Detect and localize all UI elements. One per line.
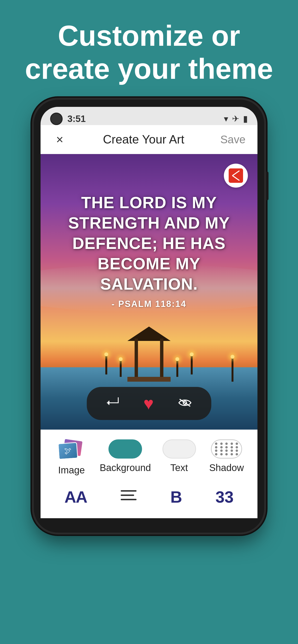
pier-post-right <box>160 338 163 382</box>
dot <box>236 453 238 456</box>
close-button[interactable]: × <box>53 132 67 146</box>
dot <box>220 453 223 456</box>
dot <box>220 442 223 445</box>
favorite-button[interactable]: ♥ <box>143 394 154 413</box>
dot <box>231 453 233 456</box>
dot <box>215 442 217 445</box>
dot <box>225 453 228 456</box>
power-button <box>266 172 268 200</box>
app-title: Create Your Art <box>103 132 184 146</box>
status-bar: 3:51 ▾ ✈ ▮ <box>41 107 257 125</box>
background-icon <box>108 440 142 458</box>
pier-deck <box>127 377 171 382</box>
bottom-toolbar: 🕊 Image Background Text <box>41 430 257 518</box>
phone-frame: 3:51 ▾ ✈ ▮ × Create Your Art Save <box>34 100 264 532</box>
tab-text-label: Text <box>170 462 188 473</box>
dot <box>215 453 217 456</box>
hide-button[interactable] <box>178 396 192 410</box>
app-header: × Create Your Art Save <box>41 125 257 154</box>
phone-wrapper: 3:51 ▾ ✈ ▮ × Create Your Art Save <box>0 100 298 532</box>
lamp-post-right2 <box>176 360 178 377</box>
dot <box>220 446 223 448</box>
quote-reference: - PSALM 118:14 <box>57 299 241 309</box>
watermark-button[interactable] <box>224 164 248 188</box>
tab-shadow[interactable]: Shadow <box>207 440 246 476</box>
dot <box>236 446 238 448</box>
shadow-icon <box>211 440 242 458</box>
tool-tabs: 🕊 Image Background Text <box>48 440 250 476</box>
font-size-button[interactable]: AA <box>64 488 87 506</box>
dot <box>225 446 228 448</box>
quote-container: THE LORD IS MY STRENGTH AND MY DEFENCE; … <box>57 192 241 309</box>
font-size-value: 33 <box>215 488 234 506</box>
canvas-area: THE LORD IS MY STRENGTH AND MY DEFENCE; … <box>41 154 257 430</box>
text-align-button[interactable] <box>120 488 137 506</box>
dot <box>225 450 228 452</box>
quote-main-text: THE LORD IS MY STRENGTH AND MY DEFENCE; … <box>57 192 241 294</box>
image-card-front: 🕊 <box>58 442 78 460</box>
airplane-icon: ✈ <box>232 114 239 124</box>
top-heading-section: Customize or create your theme <box>0 0 298 100</box>
watermark-icon <box>229 168 243 183</box>
dot <box>231 450 233 452</box>
dot <box>231 442 233 445</box>
pier-roof <box>127 326 171 341</box>
lamp-post-right1 <box>191 355 193 374</box>
art-canvas[interactable]: THE LORD IS MY STRENGTH AND MY DEFENCE; … <box>41 154 257 430</box>
dot <box>236 450 238 452</box>
save-button[interactable]: Save <box>220 133 245 146</box>
tab-background[interactable]: Background <box>100 440 151 476</box>
dot <box>220 450 223 452</box>
bird-icon: 🕊 <box>64 446 72 455</box>
status-time: 3:51 <box>67 114 86 124</box>
text-controls: AA B 33 <box>48 485 250 511</box>
pier-structure <box>130 322 168 382</box>
tab-image-label: Image <box>58 465 85 476</box>
floating-action-bar: ⮠ ♥ <box>87 387 211 420</box>
dot <box>236 442 238 445</box>
dot <box>225 442 228 445</box>
image-icon: 🕊 <box>58 440 85 461</box>
lamp-post-left2 <box>120 360 122 377</box>
battery-icon: ▮ <box>243 114 248 124</box>
status-icons: ▾ ✈ ▮ <box>224 114 248 124</box>
camera-dot <box>50 112 63 125</box>
pier-post-left <box>135 338 138 382</box>
tab-shadow-label: Shadow <box>209 462 244 473</box>
tab-background-label: Background <box>100 462 151 473</box>
dot <box>215 446 217 448</box>
bold-button[interactable]: B <box>170 488 182 506</box>
text-icon <box>163 440 196 458</box>
tab-text[interactable]: Text <box>160 440 198 476</box>
share-button[interactable]: ⮠ <box>106 396 119 411</box>
page-heading: Customize or create your theme <box>19 19 279 85</box>
wifi-icon: ▾ <box>224 114 228 124</box>
dot <box>231 446 233 448</box>
dot <box>215 450 217 452</box>
lamp-post-left1 <box>105 355 107 374</box>
lamp-post-far-right <box>232 358 233 382</box>
tab-image[interactable]: 🕊 Image <box>52 440 91 476</box>
